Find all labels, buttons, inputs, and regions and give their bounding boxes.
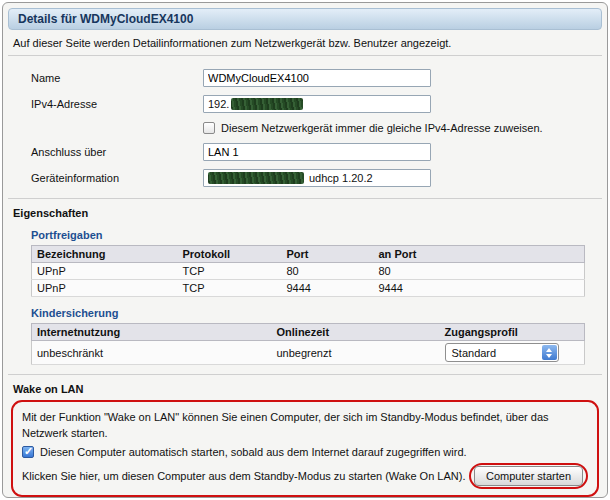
device-form: Name IPv4-Adresse 192. Diesem Netzwerkge… [3, 56, 607, 198]
column-header: an Port [374, 246, 585, 263]
connection-label: Anschluss über [31, 146, 203, 158]
wol-start-row: Klicken Sie hier, um diesen Computer aus… [22, 463, 588, 489]
computer-start-button[interactable]: Computer starten [474, 466, 583, 486]
column-header: Port [282, 246, 374, 263]
column-header: Zugangsprofil [440, 324, 585, 341]
cell-bezeichnung: UPnP [32, 263, 178, 280]
deviceinfo-input[interactable]: udhcp 1.20.2 [203, 169, 431, 187]
parental-heading: Kindersicherung [31, 307, 597, 319]
redacted-ipv4-value [231, 98, 303, 110]
portforwarding-header-row: Bezeichnung Protokoll Port an Port [32, 246, 585, 263]
details-dialog: Details für WDMyCloudEX4100 Auf dieser S… [2, 2, 608, 498]
ipv4-label: IPv4-Adresse [31, 98, 203, 110]
ipv4-row: IPv4-Adresse 192. [31, 94, 607, 114]
select-stepper-icon[interactable] [542, 345, 557, 360]
parental-header-row: Internetnutzung Onlinezeit Zugangsprofil [32, 324, 585, 341]
ipv4-input[interactable]: 192. [203, 95, 431, 113]
table-row: UPnP TCP 80 80 [32, 263, 585, 280]
static-ip-checkbox-label: Diesem Netzwerkgerät immer die gleiche I… [221, 122, 543, 134]
wol-autostart-checkbox-label: Diesen Computer automatisch starten, sob… [40, 446, 467, 458]
connection-row: Anschluss über [31, 142, 607, 162]
cell-bezeichnung: UPnP [32, 280, 178, 297]
deviceinfo-value-suffix: udhcp 1.20.2 [309, 172, 373, 184]
dialog-description: Auf dieser Seite werden Detailinformatio… [3, 30, 607, 55]
access-profile-select[interactable]: Standard [445, 343, 559, 362]
column-header: Bezeichnung [32, 246, 178, 263]
divider [8, 198, 602, 199]
annotation-ellipse: Computer starten [469, 463, 588, 489]
wol-heading: Wake on LAN [13, 383, 597, 395]
name-input[interactable] [203, 69, 431, 87]
column-header: Internetnutzung [32, 324, 272, 341]
name-row: Name [31, 68, 607, 88]
divider [8, 374, 602, 375]
static-ip-checkbox-row: Diesem Netzwerkgerät immer die gleiche I… [203, 120, 607, 136]
column-header: Onlinezeit [272, 324, 440, 341]
redacted-deviceinfo-value [208, 172, 304, 184]
cell-port: 80 [282, 263, 374, 280]
annotation-box: Mit der Funktion "Wake on LAN" können Si… [11, 400, 599, 497]
portforwarding-table: Bezeichnung Protokoll Port an Port UPnP … [31, 245, 585, 297]
column-header: Protokoll [178, 246, 282, 263]
dialog-title: Details für WDMyCloudEX4100 [18, 12, 193, 26]
arrow-down-icon [546, 354, 552, 358]
cell-zugangsprofil: Standard [440, 341, 585, 365]
cell-anport: 9444 [374, 280, 585, 297]
cell-protokoll: TCP [178, 280, 282, 297]
wol-start-instruction: Klicken Sie hier, um diesen Computer aus… [22, 470, 465, 482]
arrow-up-icon [546, 348, 552, 352]
deviceinfo-label: Geräteinformation [31, 172, 203, 184]
table-row: unbeschränkt unbegrenzt Standard [32, 341, 585, 365]
cell-port: 9444 [282, 280, 374, 297]
portforwarding-heading: Portfreigaben [31, 229, 597, 241]
wol-description: Mit der Funktion "Wake on LAN" können Si… [22, 409, 588, 441]
table-row: UPnP TCP 9444 9444 [32, 280, 585, 297]
wol-autostart-checkbox[interactable] [22, 446, 34, 458]
name-label: Name [31, 72, 203, 84]
cell-onlinezeit: unbegrenzt [272, 341, 440, 365]
properties-heading: Eigenschaften [13, 207, 597, 219]
access-profile-selected-value: Standard [452, 347, 497, 359]
deviceinfo-row: Geräteinformation udhcp 1.20.2 [31, 168, 607, 188]
cell-internetnutzung: unbeschränkt [32, 341, 272, 365]
connection-input[interactable] [203, 143, 431, 161]
wol-autostart-checkbox-row: Diesen Computer automatisch starten, sob… [22, 444, 588, 460]
parental-table: Internetnutzung Onlinezeit Zugangsprofil… [31, 323, 585, 365]
static-ip-checkbox[interactable] [203, 122, 215, 134]
dialog-footer: OK Abbrechen [3, 497, 607, 498]
cell-protokoll: TCP [178, 263, 282, 280]
cell-anport: 80 [374, 263, 585, 280]
dialog-titlebar: Details für WDMyCloudEX4100 [8, 8, 602, 30]
ipv4-value-prefix: 192. [208, 98, 229, 110]
